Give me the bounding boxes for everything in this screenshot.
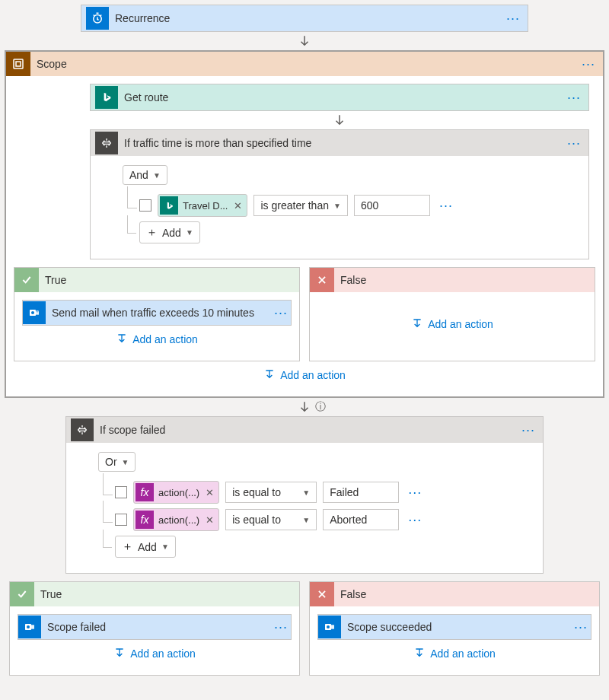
branch-false: False Add an action xyxy=(309,267,595,361)
scope-succeeded-action[interactable]: Scope succeeded ··· xyxy=(317,614,591,640)
condition-traffic-time: If traffic time is more than specified t… xyxy=(90,129,589,259)
condition-scope-failed: If scope failed ··· Or▼ fxaction(...)✕ i… xyxy=(65,416,544,574)
action-label: Scope succeeded xyxy=(341,621,571,633)
row-checkbox[interactable] xyxy=(115,514,127,526)
plus-icon: ＋ xyxy=(146,225,158,240)
token-travel-duration[interactable]: Travel D... ✕ xyxy=(158,194,247,217)
comparator-select[interactable]: is equal to▼ xyxy=(225,509,317,530)
row-checkbox[interactable] xyxy=(139,199,151,212)
row-menu[interactable]: ··· xyxy=(405,485,425,501)
remove-token-icon[interactable]: ✕ xyxy=(232,200,244,212)
svg-point-4 xyxy=(31,311,34,314)
get-route-title: Get route xyxy=(124,91,558,103)
chevron-down-icon: ▼ xyxy=(122,458,129,466)
condition-icon xyxy=(95,132,118,154)
false-label: False xyxy=(340,588,595,600)
chevron-down-icon: ▼ xyxy=(302,488,310,497)
close-icon xyxy=(310,268,334,292)
comparator-select[interactable]: is greater than▼ xyxy=(253,195,347,216)
cond1-title: If traffic time is more than specified t… xyxy=(124,137,558,149)
condition-row: fxaction(...)✕ is equal to▼ Aborted ··· xyxy=(115,508,532,531)
row-checkbox[interactable] xyxy=(115,486,127,498)
chevron-down-icon: ▼ xyxy=(302,516,310,524)
scope-failed-action[interactable]: Scope failed ··· xyxy=(18,614,292,640)
chevron-down-icon: ▼ xyxy=(186,228,193,237)
action-label: Scope failed xyxy=(41,621,271,633)
condition-row: Travel D... ✕ is greater than▼ 600 ··· xyxy=(139,194,578,217)
clock-icon xyxy=(86,7,109,30)
bing-icon xyxy=(160,196,178,215)
arrow-icon xyxy=(90,111,589,129)
recurrence-card[interactable]: Recurrence ··· xyxy=(81,5,528,32)
arrow-icon: ⓘ xyxy=(5,398,604,416)
scope-title: Scope xyxy=(37,58,572,70)
false-label: False xyxy=(340,274,590,286)
add-action-link[interactable]: Add an action xyxy=(317,640,591,667)
info-icon[interactable]: ⓘ xyxy=(315,400,326,414)
recurrence-menu[interactable]: ··· xyxy=(503,11,523,27)
action-menu[interactable]: ··· xyxy=(271,305,291,321)
scope-icon xyxy=(6,52,30,76)
get-route-card[interactable]: Get route ··· xyxy=(90,84,589,111)
remove-token-icon[interactable]: ✕ xyxy=(204,487,215,498)
add-action-link[interactable]: Add an action xyxy=(22,326,292,353)
comparator-select[interactable]: is equal to▼ xyxy=(225,482,317,503)
branch-true: True Send mail when traffic exceeds 10 m… xyxy=(14,267,300,361)
cond1-menu[interactable]: ··· xyxy=(564,135,584,151)
svg-point-8 xyxy=(327,625,330,628)
check-icon xyxy=(10,582,34,606)
row-menu[interactable]: ··· xyxy=(405,512,425,528)
token-expression[interactable]: fxaction(...)✕ xyxy=(133,508,219,531)
plus-icon: ＋ xyxy=(122,539,133,554)
condition-icon xyxy=(71,418,94,441)
chevron-down-icon: ▼ xyxy=(333,202,341,210)
fx-icon: fx xyxy=(136,511,154,529)
add-condition[interactable]: ＋Add▼ xyxy=(115,536,176,558)
value-input[interactable]: 600 xyxy=(354,195,430,216)
group-operator[interactable]: Or▼ xyxy=(98,452,136,472)
add-action-link[interactable]: Add an action xyxy=(14,361,595,389)
svg-point-6 xyxy=(27,625,30,628)
outlook-icon xyxy=(318,616,341,638)
bing-icon xyxy=(95,86,118,109)
action-menu[interactable]: ··· xyxy=(271,619,291,635)
chevron-down-icon: ▼ xyxy=(153,171,161,180)
action-menu[interactable]: ··· xyxy=(571,619,591,635)
close-icon xyxy=(310,582,334,606)
scope-card: Scope ··· Get route ··· xyxy=(5,50,604,398)
group-operator[interactable]: And▼ xyxy=(123,165,167,185)
value-input[interactable]: Failed xyxy=(323,482,399,503)
outlook-icon xyxy=(18,616,41,638)
value-input[interactable]: Aborted xyxy=(323,509,399,530)
svg-rect-1 xyxy=(14,59,23,68)
remove-token-icon[interactable]: ✕ xyxy=(204,514,215,526)
branch-false: False Scope succeeded ··· Add an action xyxy=(309,581,600,676)
condition-row: fxaction(...)✕ is equal to▼ Failed ··· xyxy=(115,481,532,504)
arrow-icon xyxy=(5,32,604,50)
chevron-down-icon: ▼ xyxy=(161,542,169,551)
get-route-menu[interactable]: ··· xyxy=(564,90,584,106)
check-icon xyxy=(14,268,39,292)
cond2-title: If scope failed xyxy=(100,424,512,436)
true-label: True xyxy=(40,588,295,600)
row-menu[interactable]: ··· xyxy=(436,198,456,214)
add-action-link[interactable]: Add an action xyxy=(317,300,587,348)
svg-rect-2 xyxy=(16,62,21,66)
action-label: Send mail when traffic exceeds 10 minute… xyxy=(46,307,271,319)
token-expression[interactable]: fxaction(...)✕ xyxy=(133,481,219,504)
branch-true: True Scope failed ··· Add an action xyxy=(9,581,300,676)
scope-menu[interactable]: ··· xyxy=(579,56,598,72)
outlook-icon xyxy=(23,301,46,324)
true-label: True xyxy=(45,274,295,286)
send-mail-action[interactable]: Send mail when traffic exceeds 10 minute… xyxy=(22,300,292,326)
fx-icon: fx xyxy=(136,483,154,501)
add-condition[interactable]: ＋Add▼ xyxy=(139,221,200,243)
add-action-link[interactable]: Add an action xyxy=(18,640,292,667)
cond2-menu[interactable]: ··· xyxy=(518,422,538,438)
recurrence-title: Recurrence xyxy=(115,12,497,24)
